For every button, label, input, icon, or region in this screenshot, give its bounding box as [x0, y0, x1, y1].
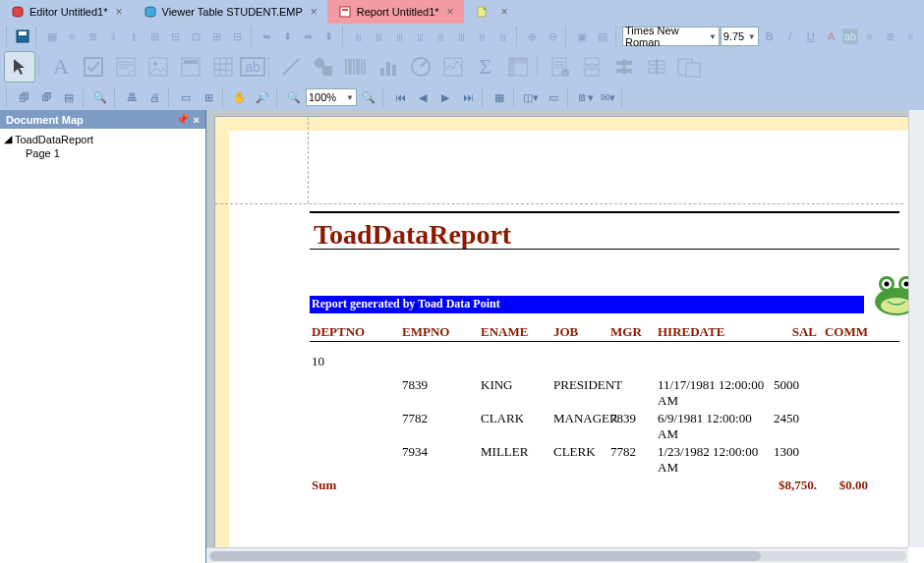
subreport-icon[interactable]: [673, 51, 705, 83]
close-icon[interactable]: ×: [447, 5, 454, 19]
size-icon[interactable]: ⬌: [299, 26, 318, 47]
svg-rect-11: [184, 60, 198, 64]
svg-rect-19: [444, 58, 462, 76]
tree-root[interactable]: ◢ToadDataReport: [4, 133, 202, 145]
horizontal-scrollbar[interactable]: [206, 547, 908, 563]
close-icon[interactable]: ×: [194, 114, 200, 126]
space-icon[interactable]: ⫼: [473, 26, 492, 47]
tab-report[interactable]: Report Untitled1* ×: [327, 0, 464, 24]
pivot-icon[interactable]: [502, 51, 534, 83]
space-icon[interactable]: ⫼: [452, 26, 472, 47]
zoom-out-icon[interactable]: 🔍: [283, 86, 305, 108]
crossband-icon[interactable]: [608, 51, 640, 83]
align-icon[interactable]: ⊞: [207, 26, 227, 47]
svg-rect-33: [686, 63, 700, 77]
first-page-icon[interactable]: ⏮: [389, 86, 411, 108]
align-icon[interactable]: ⊟: [228, 26, 248, 47]
font-color-icon[interactable]: A: [822, 26, 841, 47]
order-icon[interactable]: ▤: [593, 26, 612, 47]
center-icon[interactable]: ⊕: [522, 26, 542, 47]
chart-icon[interactable]: [373, 51, 404, 83]
richtext-icon[interactable]: [110, 51, 142, 83]
align-icon[interactable]: ⊟: [166, 26, 186, 47]
align-grid-icon[interactable]: ▦: [42, 26, 62, 47]
align-icon[interactable]: ≣: [84, 26, 103, 47]
sigma-icon[interactable]: Σ: [470, 51, 501, 83]
magnifier-icon[interactable]: 🔎: [252, 86, 273, 108]
hand-icon[interactable]: ✋: [229, 86, 251, 108]
search-icon[interactable]: 🔍: [89, 86, 111, 108]
align-right-icon[interactable]: ≡: [900, 26, 920, 47]
order-icon[interactable]: ▣: [572, 26, 592, 47]
pagebreak-icon[interactable]: [576, 51, 607, 83]
checkbox-icon[interactable]: [78, 51, 109, 83]
panel-icon[interactable]: [175, 51, 206, 83]
background-color-icon[interactable]: ◫▾: [520, 86, 542, 108]
svg-rect-15: [380, 68, 384, 76]
export-icon[interactable]: 🗎▾: [574, 86, 596, 108]
email-icon[interactable]: ✉▾: [597, 86, 618, 108]
space-icon[interactable]: ⫼: [493, 26, 513, 47]
gauge-icon[interactable]: [405, 51, 436, 83]
collapse-icon[interactable]: ◢: [4, 133, 12, 145]
font-size-select[interactable]: 9.75▼: [721, 27, 759, 46]
underline-icon[interactable]: U: [801, 26, 821, 47]
scale-icon[interactable]: ⊞: [198, 86, 219, 108]
close-icon[interactable]: ×: [501, 5, 508, 19]
document-map-icon[interactable]: 🗐: [13, 86, 34, 108]
crossline-icon[interactable]: [641, 51, 672, 83]
italic-icon[interactable]: I: [780, 26, 800, 47]
pointer-icon[interactable]: [4, 51, 35, 83]
space-icon[interactable]: ⫼: [432, 26, 451, 47]
space-icon[interactable]: ⫼: [389, 26, 409, 47]
save-icon[interactable]: [13, 26, 32, 47]
line-icon[interactable]: [275, 51, 307, 83]
pageinfo-icon[interactable]: i: [544, 51, 575, 83]
align-center-icon[interactable]: ≣: [880, 26, 899, 47]
print-icon[interactable]: 🖶: [121, 86, 143, 108]
multipage-icon[interactable]: ▦: [489, 86, 510, 108]
zoom-select[interactable]: 100%▼: [306, 88, 357, 106]
barcode-icon[interactable]: [340, 51, 372, 83]
size-icon[interactable]: ⬌: [258, 26, 277, 47]
align-icon[interactable]: ⫴: [104, 26, 124, 47]
highlight-icon[interactable]: ab: [842, 28, 858, 44]
space-icon[interactable]: ⫼: [369, 26, 388, 47]
prev-page-icon[interactable]: ◀: [412, 86, 433, 108]
align-icon[interactable]: ⊞: [145, 26, 165, 47]
sparkline-icon[interactable]: [437, 51, 469, 83]
svg-rect-3: [342, 9, 348, 11]
image-icon[interactable]: [143, 51, 174, 83]
tab-editor[interactable]: Editor Untitled1* ×: [0, 0, 133, 24]
space-icon[interactable]: ⫼: [411, 26, 431, 47]
font-family-select[interactable]: Times New Roman▼: [622, 27, 720, 46]
label-icon[interactable]: A: [45, 51, 77, 83]
cell-icon[interactable]: ab: [240, 57, 265, 77]
thumbnails-icon[interactable]: ▤: [58, 86, 80, 108]
bold-icon[interactable]: B: [760, 26, 780, 47]
next-page-icon[interactable]: ▶: [434, 86, 456, 108]
center-icon[interactable]: ⊖: [543, 26, 562, 47]
align-left-icon[interactable]: ≡: [859, 26, 879, 47]
tab-viewer[interactable]: Viewer Table STUDENT.EMP ×: [133, 0, 327, 24]
tab-icon-only[interactable]: ×: [464, 0, 518, 24]
space-icon[interactable]: ⫼: [348, 26, 368, 47]
parameters-icon[interactable]: 🗊: [35, 86, 57, 108]
quick-print-icon[interactable]: 🖨: [144, 86, 165, 108]
size-icon[interactable]: ⬍: [319, 26, 339, 47]
table-icon[interactable]: [207, 51, 239, 83]
close-icon[interactable]: ×: [311, 5, 318, 19]
shape-icon[interactable]: [308, 51, 339, 83]
align-icon[interactable]: ⊡: [187, 26, 206, 47]
vertical-scrollbar[interactable]: [908, 110, 924, 547]
align-icon[interactable]: ⫿: [125, 26, 144, 47]
pin-icon[interactable]: 📌: [176, 113, 190, 126]
last-page-icon[interactable]: ⏭: [457, 86, 479, 108]
zoom-in-icon[interactable]: 🔍: [358, 86, 379, 108]
align-icon[interactable]: ≡: [63, 26, 83, 47]
watermark-icon[interactable]: ▭: [543, 86, 564, 108]
close-icon[interactable]: ×: [116, 5, 123, 19]
tree-item-page[interactable]: Page 1: [26, 145, 202, 161]
size-icon[interactable]: ⬍: [278, 26, 298, 47]
page-setup-icon[interactable]: ▭: [175, 86, 197, 108]
